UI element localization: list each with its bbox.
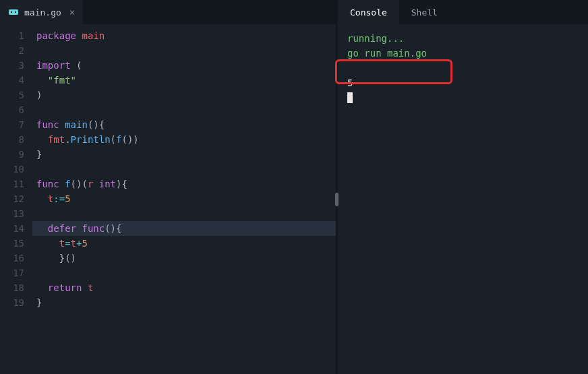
gutter: 12345678910111213141516171819 <box>0 28 32 374</box>
output-tab-bar: ConsoleShell <box>338 0 588 24</box>
file-tab-label: main.go <box>24 7 61 18</box>
svg-point-2 <box>15 11 16 13</box>
code-line[interactable]: }() <box>32 251 336 266</box>
code-body[interactable]: package mainimport ( "fmt")func main(){ … <box>32 28 336 374</box>
code-line[interactable]: return t <box>32 280 336 295</box>
cursor-icon <box>347 92 353 103</box>
code-line[interactable]: t=t+5 <box>32 236 336 251</box>
code-line[interactable]: func main(){ <box>32 117 336 132</box>
code-line[interactable]: "fmt" <box>32 73 336 88</box>
code-area[interactable]: 12345678910111213141516171819 package ma… <box>0 24 336 374</box>
line-number: 9 <box>0 147 32 162</box>
line-number: 11 <box>0 177 32 191</box>
line-number: 2 <box>0 43 32 58</box>
line-number: 1 <box>0 28 32 43</box>
tab-console[interactable]: Console <box>338 0 399 24</box>
console-cursor-line <box>347 90 579 105</box>
go-icon <box>8 7 19 18</box>
line-number: 10 <box>0 162 32 177</box>
line-number: 5 <box>0 88 32 102</box>
line-number: 14 <box>0 221 32 236</box>
code-line[interactable]: package main <box>32 28 336 43</box>
output-pane: ConsoleShell running...go run main.go 5 <box>338 0 588 374</box>
code-line[interactable] <box>32 43 336 58</box>
svg-rect-0 <box>9 9 18 15</box>
close-icon[interactable]: × <box>69 7 75 18</box>
tab-shell[interactable]: Shell <box>399 0 450 24</box>
line-number: 19 <box>0 295 32 310</box>
line-number: 7 <box>0 117 32 132</box>
code-line[interactable]: defer func(){ <box>32 221 336 236</box>
line-number: 8 <box>0 132 32 147</box>
code-line[interactable] <box>32 102 336 117</box>
editor-pane: main.go × 12345678910111213141516171819 … <box>0 0 336 374</box>
console-line: go run main.go <box>347 46 579 61</box>
code-line[interactable]: ) <box>32 88 336 102</box>
svg-point-1 <box>11 11 12 13</box>
code-line[interactable] <box>32 266 336 280</box>
annotation-box <box>335 59 452 84</box>
line-number: 16 <box>0 251 32 266</box>
line-number: 3 <box>0 58 32 73</box>
code-line[interactable]: t:=5 <box>32 191 336 206</box>
line-number: 4 <box>0 73 32 88</box>
line-number: 17 <box>0 266 32 280</box>
line-number: 15 <box>0 236 32 251</box>
editor-tab-bar: main.go × <box>0 0 336 24</box>
line-number: 12 <box>0 191 32 206</box>
code-line[interactable]: } <box>32 295 336 310</box>
console-output[interactable]: running...go run main.go 5 <box>338 24 588 374</box>
code-line[interactable]: func f()(r int){ <box>32 177 336 191</box>
code-line[interactable] <box>32 162 336 177</box>
code-line[interactable]: fmt.Println(f()) <box>32 132 336 147</box>
code-line[interactable]: import ( <box>32 58 336 73</box>
line-number: 6 <box>0 102 32 117</box>
console-line: running... <box>347 31 579 46</box>
code-line[interactable]: } <box>32 147 336 162</box>
line-number: 18 <box>0 280 32 295</box>
line-number: 13 <box>0 206 32 221</box>
file-tab[interactable]: main.go × <box>0 0 83 24</box>
code-line[interactable] <box>32 206 336 221</box>
